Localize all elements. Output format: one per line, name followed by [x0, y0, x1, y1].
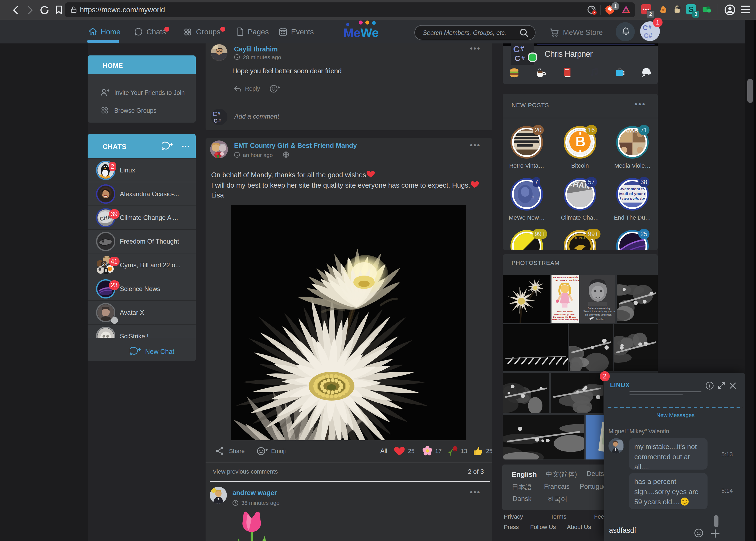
svg-text:B: B — [576, 134, 586, 149]
svg-text:C: C — [214, 118, 218, 124]
svg-text:#: # — [520, 44, 524, 52]
svg-text:C#: C# — [644, 32, 652, 39]
svg-text:women emerge from: women emerge from — [553, 313, 574, 315]
svg-text:#: # — [521, 55, 525, 62]
svg-text:As soon as a Republican: As soon as a Republican — [553, 276, 579, 279]
svg-text:becomes a candidate...: becomes a candidate... — [555, 279, 579, 282]
svg-text:C: C — [212, 110, 217, 118]
svg-text:C: C — [513, 44, 520, 54]
svg-text:Even if it means lying your as: Even if it means lying your ass — [584, 310, 615, 313]
svg-text:... bitter old liberal: ... bitter old liberal — [555, 310, 573, 313]
svg-text:of two evils for genera: of two evils for genera — [617, 196, 649, 201]
svg-text:24: 24 — [102, 262, 108, 267]
svg-text:cicadas and start chirping.: cicadas and start chirping. — [552, 318, 579, 321]
svg-text:C: C — [643, 24, 648, 32]
svg-text:off every time you speak.: off every time you speak. — [585, 313, 612, 316]
svg-text:Believe in something.: Believe in something. — [588, 307, 611, 310]
svg-text:#: # — [218, 118, 221, 123]
svg-text:C: C — [515, 54, 520, 63]
svg-text:Just Im.: Just Im. — [596, 318, 605, 321]
svg-text:#: # — [218, 111, 220, 116]
svg-text:result of your choosin: result of your choosin — [617, 191, 649, 196]
svg-text:the ground like 17-year: the ground like 17-year — [553, 316, 577, 318]
svg-text:#: # — [648, 24, 651, 30]
svg-text:#: # — [531, 195, 534, 201]
